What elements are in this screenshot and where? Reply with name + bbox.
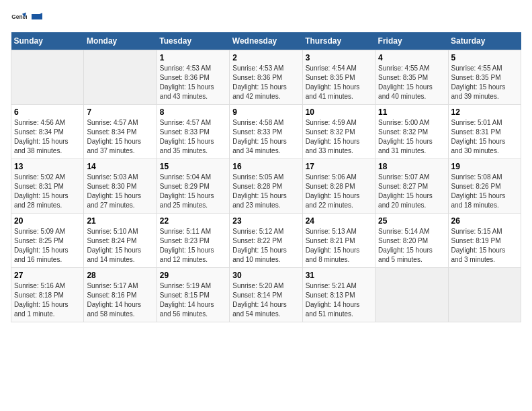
day-number: 3 [306,53,372,62]
day-number: 29 [160,271,226,280]
calendar-cell: 21Sunrise: 5:10 AMSunset: 8:24 PMDayligh… [84,214,157,268]
day-header-sunday: Sunday [11,32,84,50]
day-number: 24 [306,216,372,226]
day-number: 4 [378,53,445,62]
day-info: Sunrise: 5:08 AMSunset: 8:26 PMDaylight:… [451,173,518,210]
day-info: Sunrise: 5:11 AMSunset: 8:23 PMDaylight:… [160,227,226,265]
calendar-cell: 12Sunrise: 5:01 AMSunset: 8:31 PMDayligh… [448,105,521,159]
day-number: 10 [306,107,372,117]
calendar-cell: 20Sunrise: 5:09 AMSunset: 8:25 PMDayligh… [11,214,84,268]
day-info: Sunrise: 5:21 AMSunset: 8:13 PMDaylight:… [306,281,372,319]
day-number: 8 [160,107,226,117]
week-row-5: 27Sunrise: 5:16 AMSunset: 8:18 PMDayligh… [11,268,521,322]
svg-marker-2 [40,13,42,19]
day-number: 23 [232,216,299,226]
calendar-table: SundayMondayTuesdayWednesdayThursdayFrid… [11,32,521,322]
day-info: Sunrise: 5:03 AMSunset: 8:30 PMDaylight:… [87,173,153,210]
day-info: Sunrise: 5:20 AMSunset: 8:14 PMDaylight:… [232,281,299,319]
calendar-cell: 4Sunrise: 4:55 AMSunset: 8:35 PMDaylight… [375,50,448,105]
calendar-cell: 11Sunrise: 5:00 AMSunset: 8:32 PMDayligh… [375,105,448,159]
day-info: Sunrise: 5:00 AMSunset: 8:32 PMDaylight:… [378,118,445,156]
day-number: 16 [232,162,299,171]
calendar-cell: 23Sunrise: 5:12 AMSunset: 8:22 PMDayligh… [230,214,302,268]
calendar-cell: 22Sunrise: 5:11 AMSunset: 8:23 PMDayligh… [157,214,229,268]
calendar-cell: 2Sunrise: 4:53 AMSunset: 8:36 PMDaylight… [230,50,302,105]
calendar-cell: 29Sunrise: 5:19 AMSunset: 8:15 PMDayligh… [157,268,229,322]
day-header-friday: Friday [375,32,448,50]
day-number: 2 [232,53,299,62]
day-number: 25 [378,216,445,226]
day-info: Sunrise: 4:55 AMSunset: 8:35 PMDaylight:… [378,64,445,101]
logo-icon: General [11,11,27,27]
day-info: Sunrise: 5:10 AMSunset: 8:24 PMDaylight:… [87,227,153,265]
calendar-cell [375,268,448,322]
day-number: 1 [160,53,226,62]
day-info: Sunrise: 5:06 AMSunset: 8:28 PMDaylight:… [306,173,372,210]
week-row-1: 1Sunrise: 4:53 AMSunset: 8:36 PMDaylight… [11,50,521,105]
calendar-header-row: SundayMondayTuesdayWednesdayThursdayFrid… [11,32,521,50]
day-number: 11 [378,107,445,117]
week-row-3: 13Sunrise: 5:02 AMSunset: 8:31 PMDayligh… [11,159,521,214]
calendar-cell: 26Sunrise: 5:15 AMSunset: 8:19 PMDayligh… [448,214,521,268]
calendar-cell: 3Sunrise: 4:54 AMSunset: 8:35 PMDaylight… [302,50,375,105]
logo-flag-icon [30,13,42,25]
day-number: 30 [232,271,299,280]
day-info: Sunrise: 5:09 AMSunset: 8:25 PMDaylight:… [14,227,81,265]
day-info: Sunrise: 5:02 AMSunset: 8:31 PMDaylight:… [14,173,81,210]
week-row-2: 6Sunrise: 4:56 AMSunset: 8:34 PMDaylight… [11,105,521,159]
day-number: 27 [14,271,81,280]
day-header-tuesday: Tuesday [157,32,229,50]
calendar-cell: 17Sunrise: 5:06 AMSunset: 8:28 PMDayligh… [302,159,375,214]
day-info: Sunrise: 5:12 AMSunset: 8:22 PMDaylight:… [232,227,299,265]
calendar-cell: 30Sunrise: 5:20 AMSunset: 8:14 PMDayligh… [230,268,302,322]
calendar-cell: 9Sunrise: 4:58 AMSunset: 8:33 PMDaylight… [230,105,302,159]
day-header-monday: Monday [84,32,157,50]
day-info: Sunrise: 4:54 AMSunset: 8:35 PMDaylight:… [306,64,372,101]
day-info: Sunrise: 4:59 AMSunset: 8:32 PMDaylight:… [306,118,372,156]
day-info: Sunrise: 4:56 AMSunset: 8:34 PMDaylight:… [14,118,81,156]
calendar-cell: 15Sunrise: 5:04 AMSunset: 8:29 PMDayligh… [157,159,229,214]
day-number: 31 [306,271,372,280]
calendar-cell: 24Sunrise: 5:13 AMSunset: 8:21 PMDayligh… [302,214,375,268]
day-number: 26 [451,216,518,226]
week-row-4: 20Sunrise: 5:09 AMSunset: 8:25 PMDayligh… [11,214,521,268]
day-header-thursday: Thursday [302,32,375,50]
day-info: Sunrise: 5:15 AMSunset: 8:19 PMDaylight:… [451,227,518,265]
day-number: 13 [14,162,81,171]
day-info: Sunrise: 5:17 AMSunset: 8:16 PMDaylight:… [87,281,153,319]
day-number: 20 [14,216,81,226]
day-number: 12 [451,107,518,117]
day-number: 14 [87,162,153,171]
logo: General [11,11,43,27]
day-info: Sunrise: 4:58 AMSunset: 8:33 PMDaylight:… [232,118,299,156]
day-number: 17 [306,162,372,171]
calendar-cell: 27Sunrise: 5:16 AMSunset: 8:18 PMDayligh… [11,268,84,322]
calendar-cell: 6Sunrise: 4:56 AMSunset: 8:34 PMDaylight… [11,105,84,159]
day-number: 28 [87,271,153,280]
day-number: 5 [451,53,518,62]
day-info: Sunrise: 5:04 AMSunset: 8:29 PMDaylight:… [160,173,226,210]
day-header-wednesday: Wednesday [230,32,302,50]
day-number: 18 [378,162,445,171]
header: General [11,11,521,27]
day-number: 21 [87,216,153,226]
day-number: 15 [160,162,226,171]
calendar-cell: 1Sunrise: 4:53 AMSunset: 8:36 PMDaylight… [157,50,229,105]
day-info: Sunrise: 4:55 AMSunset: 8:35 PMDaylight:… [451,64,518,101]
calendar-cell [11,50,84,105]
calendar-cell: 7Sunrise: 4:57 AMSunset: 8:34 PMDaylight… [84,105,157,159]
day-number: 6 [14,107,81,117]
calendar-cell: 31Sunrise: 5:21 AMSunset: 8:13 PMDayligh… [302,268,375,322]
calendar-cell: 14Sunrise: 5:03 AMSunset: 8:30 PMDayligh… [84,159,157,214]
day-info: Sunrise: 5:07 AMSunset: 8:27 PMDaylight:… [378,173,445,210]
day-number: 7 [87,107,153,117]
calendar-cell: 28Sunrise: 5:17 AMSunset: 8:16 PMDayligh… [84,268,157,322]
calendar-cell: 16Sunrise: 5:05 AMSunset: 8:28 PMDayligh… [230,159,302,214]
day-number: 22 [160,216,226,226]
day-number: 19 [451,162,518,171]
day-info: Sunrise: 5:13 AMSunset: 8:21 PMDaylight:… [306,227,372,265]
day-info: Sunrise: 4:57 AMSunset: 8:33 PMDaylight:… [160,118,226,156]
svg-marker-1 [32,14,41,19]
day-info: Sunrise: 5:01 AMSunset: 8:31 PMDaylight:… [451,118,518,156]
calendar-cell [84,50,157,105]
